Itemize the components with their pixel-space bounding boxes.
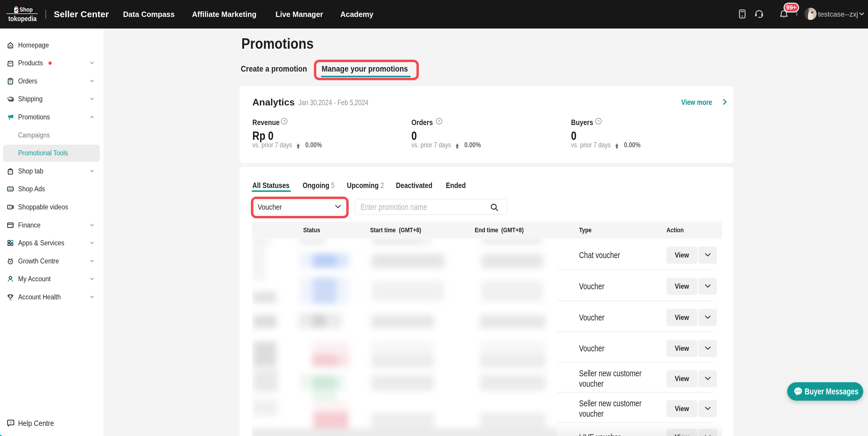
svg-text:?: ? — [597, 119, 599, 124]
svg-text:?: ? — [283, 119, 285, 124]
svg-text:?: ? — [438, 119, 440, 124]
svg-text:AD: AD — [8, 188, 12, 191]
svg-text:?: ? — [9, 421, 12, 425]
